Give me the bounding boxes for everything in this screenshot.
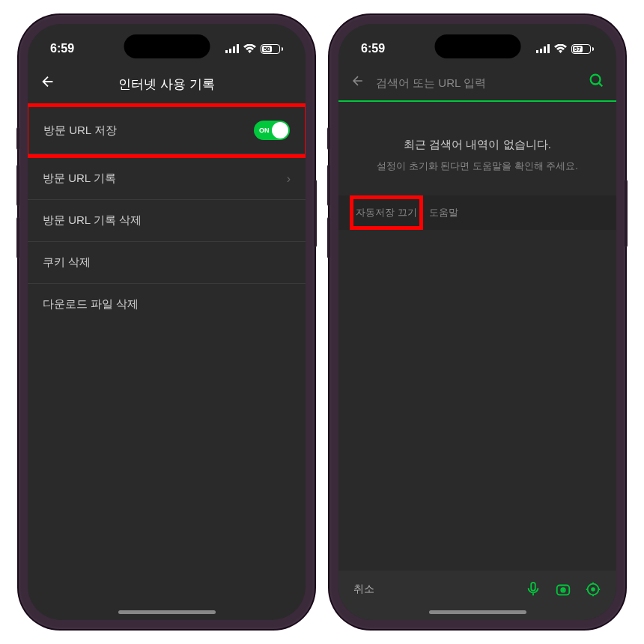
setting-url-history[interactable]: 방문 URL 기록 › xyxy=(28,158,306,200)
svg-rect-5 xyxy=(540,49,542,53)
help-button[interactable]: 도움말 xyxy=(423,195,464,230)
setting-label: 방문 URL 기록 삭제 xyxy=(43,213,142,228)
svg-rect-3 xyxy=(237,44,239,53)
dynamic-island xyxy=(124,34,210,58)
setting-delete-url-history[interactable]: 방문 URL 기록 삭제 xyxy=(28,200,306,242)
search-icon[interactable] xyxy=(588,72,604,93)
signal-icon xyxy=(536,44,550,53)
svg-rect-1 xyxy=(229,49,231,53)
setting-label: 쿠키 삭제 xyxy=(43,255,91,270)
setting-label: 방문 URL 기록 xyxy=(43,171,116,186)
home-indicator[interactable] xyxy=(429,610,526,614)
action-row: 자동저장 끄기 도움말 xyxy=(338,195,616,230)
back-button[interactable] xyxy=(350,73,365,92)
page-title: 인터넷 사용 기록 xyxy=(118,76,214,93)
signal-icon xyxy=(225,44,239,53)
toggle-switch[interactable]: ON xyxy=(254,121,290,140)
wifi-icon xyxy=(243,44,256,53)
dynamic-island xyxy=(434,34,520,58)
toggle-on-label: ON xyxy=(259,127,270,134)
search-input[interactable] xyxy=(376,76,577,89)
setting-delete-downloads[interactable]: 다운로드 파일 삭제 xyxy=(28,284,306,325)
svg-rect-4 xyxy=(536,50,538,53)
svg-point-12 xyxy=(562,589,564,591)
phone-right: 6:59 57 xyxy=(329,15,625,629)
cancel-button[interactable]: 취소 xyxy=(353,583,374,596)
autosave-off-button[interactable]: 자동저장 끄기 xyxy=(350,195,423,230)
setting-delete-cookies[interactable]: 쿠키 삭제 xyxy=(28,242,306,284)
empty-title: 최근 검색어 내역이 없습니다. xyxy=(353,138,601,152)
mic-icon[interactable] xyxy=(525,581,541,598)
wifi-icon xyxy=(554,44,567,53)
page-header: 인터넷 사용 기록 xyxy=(28,64,306,103)
svg-rect-7 xyxy=(547,44,550,53)
svg-rect-2 xyxy=(233,46,235,53)
empty-state: 최근 검색어 내역이 없습니다. 설정이 초기화 된다면 도움말을 확인해 주세… xyxy=(338,102,616,195)
chevron-right-icon: › xyxy=(287,172,291,186)
battery-icon: 58 xyxy=(261,44,283,54)
svg-rect-6 xyxy=(544,46,546,53)
svg-rect-0 xyxy=(225,50,228,53)
back-button[interactable] xyxy=(40,73,56,94)
search-bar xyxy=(338,64,616,102)
camera-icon[interactable] xyxy=(555,581,571,598)
svg-point-14 xyxy=(592,588,595,591)
empty-subtitle: 설정이 초기화 된다면 도움말을 확인해 주세요. xyxy=(353,160,601,173)
status-time: 6:59 xyxy=(50,42,74,55)
home-indicator[interactable] xyxy=(118,610,216,614)
setting-label: 다운로드 파일 삭제 xyxy=(43,297,139,312)
setting-save-visited-url[interactable]: 방문 URL 저장 ON xyxy=(28,107,305,154)
status-time: 6:59 xyxy=(361,42,385,55)
highlight-save-url: 방문 URL 저장 ON xyxy=(28,103,306,158)
location-icon[interactable] xyxy=(585,581,601,598)
svg-rect-9 xyxy=(531,583,535,591)
svg-point-8 xyxy=(591,75,601,85)
setting-label: 방문 URL 저장 xyxy=(43,124,117,138)
phone-left: 6:59 58 인터넷 사용 기록 xyxy=(19,15,315,629)
battery-icon: 57 xyxy=(571,44,594,54)
